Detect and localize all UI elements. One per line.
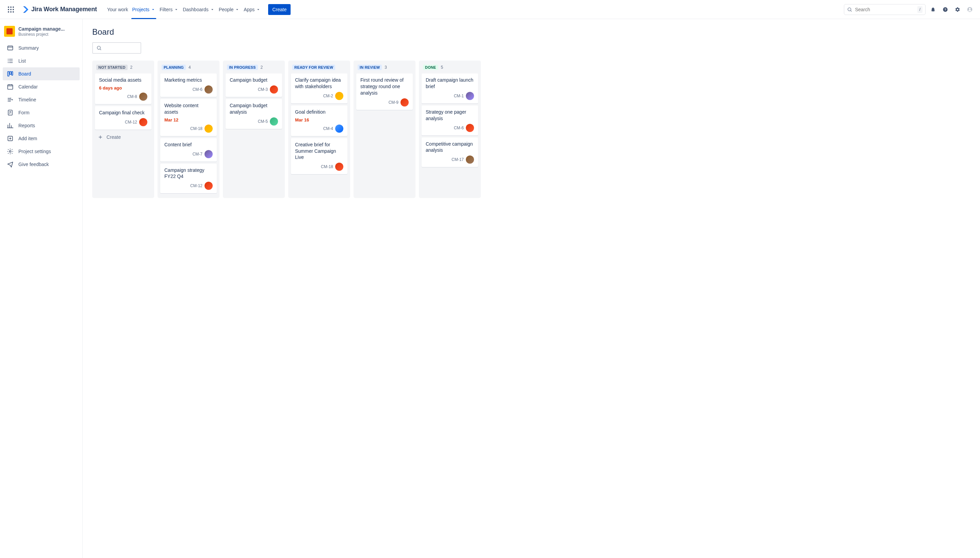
assignee-avatar[interactable] [466,124,474,132]
nav-apps[interactable]: Apps [241,0,263,19]
card-key: CM-7 [193,152,202,156]
card-date: Mar 16 [295,117,343,123]
assignee-avatar[interactable] [270,85,278,94]
search-hint-key: / [918,6,923,13]
reports-icon [7,122,14,129]
card[interactable]: First round review of strategy round one… [356,74,413,110]
card-key: CM-1 [454,94,464,98]
assignee-avatar[interactable] [270,117,278,126]
assignee-avatar[interactable] [139,118,147,126]
card[interactable]: Draft campaign launch briefCM-1 [422,74,478,103]
sidebar: Campaign manage... Business project Summ… [0,19,83,558]
jira-logo-icon [22,6,29,13]
column-header: PLANNING4 [162,65,215,70]
card[interactable]: Clarify campaign idea with stakeholdersC… [291,74,347,103]
assignee-avatar[interactable] [466,92,474,100]
column-header: IN REVIEW3 [358,65,411,70]
svg-point-22 [97,46,100,49]
plus-icon [98,135,103,140]
assignee-avatar[interactable] [205,125,213,133]
product-logo[interactable]: Jira Work Management [19,6,100,13]
card-key: CM-12 [190,184,202,188]
svg-rect-15 [8,71,9,76]
card[interactable]: Campaign budget analysisCM-5 [226,99,282,129]
top-nav: Jira Work Management Your workProjectsFi… [0,0,980,19]
sidebar-item-calendar[interactable]: Calendar [3,80,80,93]
card[interactable]: Campaign final checkCM-12 [95,106,151,130]
profile-avatar[interactable] [966,5,974,14]
settings-icon[interactable] [954,5,962,14]
column-not-started: NOT STARTED2Social media assets6 days ag… [92,61,154,198]
assignee-avatar[interactable] [335,125,343,133]
sidebar-item-board[interactable]: Board [3,67,80,80]
svg-point-8 [13,11,14,13]
svg-point-21 [10,151,11,153]
card[interactable]: Competitive campaign analysisCM-17 [422,138,478,167]
card-key: CM-5 [258,119,268,124]
card[interactable]: Marketing metricsCM-6 [160,74,217,97]
svg-point-13 [969,8,970,10]
card-key: CM-3 [258,87,268,92]
column-done: DONE5Draft campaign launch briefCM-1Stra… [419,61,481,198]
card[interactable]: Campaign strategy FY22 Q4CM-12 [160,164,217,194]
create-card-button[interactable]: Create [95,132,151,143]
card-key: CM-6 [193,87,202,92]
help-icon[interactable]: ? [941,5,949,14]
assignee-avatar[interactable] [205,150,213,158]
card[interactable]: Creative brief for Summer Campaign LiveC… [291,138,347,174]
project-icon [4,26,15,37]
board-search[interactable] [92,42,141,54]
project-type: Business project [18,32,65,37]
project-name: Campaign manage... [18,26,65,32]
sidebar-item-give-feedback[interactable]: Give feedback [3,158,80,171]
assignee-avatar[interactable] [335,92,343,100]
primary-nav: Your workProjectsFiltersDashboardsPeople… [105,0,263,19]
sidebar-item-list[interactable]: List [3,54,80,67]
nav-projects[interactable]: Projects [130,0,158,19]
card[interactable]: Strategy one pager analysisCM-6 [422,105,478,135]
list-icon [7,57,14,64]
calendar-icon [7,84,14,90]
svg-rect-14 [8,46,13,50]
card[interactable]: Content briefCM-7 [160,138,217,162]
app-switcher-icon[interactable] [5,4,16,15]
project-header[interactable]: Campaign manage... Business project [3,25,80,41]
assignee-avatar[interactable] [466,156,474,164]
sidebar-item-form[interactable]: Form [3,106,80,119]
column-ready-for-review: READY FOR REVIEWClarify campaign idea wi… [288,61,350,198]
search-field[interactable] [855,7,915,12]
notifications-icon[interactable] [929,5,937,14]
card[interactable]: Campaign budgetCM-3 [226,74,282,97]
assignee-avatar[interactable] [401,98,409,107]
sidebar-item-reports[interactable]: Reports [3,119,80,132]
card-key: CM-17 [451,157,464,162]
card-key: CM-8 [127,94,137,99]
nav-dashboards[interactable]: Dashboards [181,0,217,19]
nav-people[interactable]: People [217,0,242,19]
board-columns: NOT STARTED2Social media assets6 days ag… [92,61,970,198]
svg-point-3 [8,9,9,10]
assignee-avatar[interactable] [139,92,147,101]
card[interactable]: Goal definitionMar 16CM-4 [291,105,347,136]
card[interactable]: Social media assets6 days agoCM-8 [95,74,151,104]
assignee-avatar[interactable] [205,85,213,94]
sidebar-item-summary[interactable]: Summary [3,41,80,54]
assignee-avatar[interactable] [205,182,213,190]
sidebar-item-project-settings[interactable]: Project settings [3,145,80,158]
svg-point-6 [8,11,9,13]
svg-point-0 [8,7,9,8]
sidebar-item-add-item[interactable]: Add item [3,132,80,145]
column-in-progress: IN PROGRESS2Campaign budgetCM-3Campaign … [223,61,285,198]
board-icon [7,71,14,77]
timeline-icon [7,96,14,103]
search-input[interactable]: / [844,4,926,15]
assignee-avatar[interactable] [335,162,343,171]
nav-your-work[interactable]: Your work [105,0,130,19]
card[interactable]: Website content assetsMar 12CM-18 [160,99,217,136]
sidebar-item-timeline[interactable]: Timeline [3,93,80,106]
card-key: CM-2 [323,94,333,98]
nav-filters[interactable]: Filters [158,0,181,19]
create-button[interactable]: Create [268,4,291,15]
svg-rect-16 [10,71,11,74]
add-icon [7,135,14,142]
